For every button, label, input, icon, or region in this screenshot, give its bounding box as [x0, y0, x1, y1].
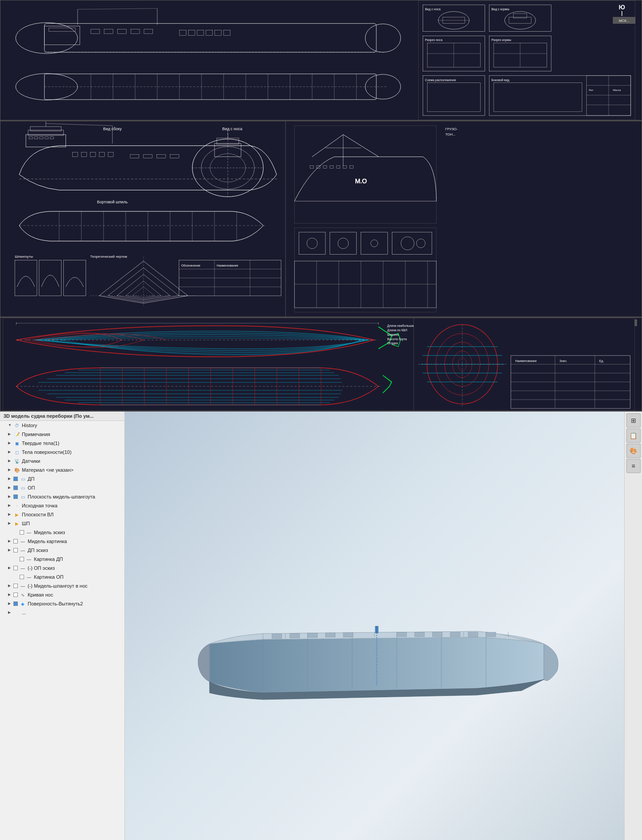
svg-text:Вид с кормы: Вид с кормы — [491, 8, 509, 11]
svg-text:Схема расположения: Схема расположения — [425, 78, 456, 82]
svg-text:Теоретический чертеж: Теоретический чертеж — [90, 255, 128, 259]
ship-3d-model — [174, 519, 575, 733]
tree-item-solids[interactable]: ▶◼Твердые тела(1) — [0, 439, 124, 448]
tree-item-origin[interactable]: ▶·Исходная точка — [0, 501, 124, 510]
tree-item-label: Картинка ОП — [34, 574, 63, 580]
tree-item-label: Твердые тела(1) — [22, 441, 59, 446]
expand-arrow: ▶ — [8, 584, 12, 588]
tree-item-label: (-) Мидель-шпангоут в нос — [28, 583, 87, 589]
expand-arrow: ▶ — [8, 593, 12, 597]
tree-item-checkbox[interactable] — [13, 486, 18, 490]
tree-item-material[interactable]: ▶🎨Материал <не указан> — [0, 465, 124, 474]
expand-arrow: ▶ — [8, 494, 12, 499]
expand-arrow: ▶ — [8, 610, 12, 615]
tree-item-midship_sketch[interactable]: —Мидель эскиз — [0, 528, 124, 537]
svg-rect-245 — [397, 632, 407, 637]
tree-item-label: Материал <не указан> — [22, 467, 74, 473]
tree-item-midship_nose[interactable]: ▶—(-) Мидель-шпангоут в нос — [0, 581, 124, 590]
tree-item-icon: — — [25, 573, 33, 581]
tree-item-checkbox[interactable] — [20, 530, 24, 535]
svg-text:Вид с носа: Вид с носа — [425, 8, 440, 11]
tree-item-label: ДП — [28, 476, 34, 482]
expand-arrow: ▶ — [8, 477, 12, 481]
tree-item-checkbox[interactable] — [13, 584, 18, 588]
tree-item-label: ШП — [22, 521, 30, 526]
expand-arrow: ▶ — [8, 539, 12, 544]
tree-item-icon: ▶ — [13, 520, 21, 527]
tree-item-icon: — — [19, 582, 26, 589]
tree-item-sp[interactable]: ▶▶ШП — [0, 519, 124, 528]
tree-item-more[interactable]: ▶... — [0, 608, 124, 617]
tree-item-icon: — — [19, 538, 26, 545]
svg-text:Наименование: Наименование — [515, 359, 537, 362]
tree-item-label: ОП — [28, 485, 35, 490]
tree-item-icon — [13, 609, 21, 616]
tree-item-checkbox[interactable] — [13, 601, 18, 606]
tree-header: 3D модель судна переборки (По ум... — [0, 412, 124, 421]
tree-item-icon: ▶ — [13, 511, 21, 518]
svg-text:Длина по КВЛ: Длина по КВЛ — [387, 329, 407, 332]
expand-arrow — [14, 530, 19, 535]
tree-item-midship_pic[interactable]: ▶—Мидель картинка — [0, 537, 124, 546]
tree-item-checkbox[interactable] — [13, 548, 18, 552]
tree-item-icon: ◼ — [13, 440, 21, 447]
tree-item-checkbox[interactable] — [13, 477, 18, 481]
tree-item-curve_nose[interactable]: ▶∿Кривая нос — [0, 590, 124, 599]
tree-item-label: Мидель картинка — [28, 539, 67, 544]
tree-item-checkbox[interactable] — [20, 557, 24, 561]
tree-item-icon: — — [19, 564, 26, 572]
tree-item-checkbox[interactable] — [13, 494, 18, 499]
svg-text:Высота борта: Высота борта — [387, 338, 407, 341]
svg-text:Обозначение: Обозначение — [181, 264, 200, 267]
tree-item-label: Плоскости ВЛ — [22, 512, 54, 517]
tree-item-label: Датчики — [22, 458, 40, 464]
svg-text:Наименование: Наименование — [217, 264, 238, 267]
svg-rect-242 — [308, 633, 317, 638]
tree-item-checkbox[interactable] — [13, 539, 18, 544]
tree-item-checkbox[interactable] — [20, 575, 24, 579]
svg-text:Ед.: Ед. — [599, 359, 604, 363]
svg-rect-240 — [272, 634, 282, 638]
tree-item-dp_sketch[interactable]: ▶—ДП эскиз — [0, 546, 124, 555]
layout-button[interactable]: ⊞ — [626, 413, 641, 428]
svg-text:Масса: Масса — [613, 89, 621, 91]
expand-arrow: ▶ — [8, 503, 12, 508]
tree-item-checkbox[interactable] — [13, 566, 18, 570]
top-cad-panel: Вид с носа Вид с кормы Разрез носа Разре… — [0, 0, 642, 120]
expand-arrow: ▶ — [8, 512, 12, 517]
tree-item-label: Мидель эскиз — [34, 530, 65, 535]
tree-item-notes[interactable]: ▶📝Примечания — [0, 430, 124, 439]
tree-item-surface_pull2[interactable]: ▶◈Поверхность-Вытянуть2 — [0, 599, 124, 608]
expand-arrow: ▶ — [8, 486, 12, 490]
tree-item-dp[interactable]: ▶▭ДП — [0, 474, 124, 483]
middle-cad-panel: Вид сбоку Вид с носа — [0, 121, 642, 317]
tree-item-label: Плоскость мидель-шпангоута — [28, 494, 95, 499]
3d-view-panel[interactable] — [125, 412, 624, 840]
tree-item-history[interactable]: ▼⏱History — [0, 421, 124, 430]
tree-item-op[interactable]: ▶▭ОП — [0, 483, 124, 492]
bottom-cad-panel: МСК... — [0, 317, 642, 411]
tree-item-sensors[interactable]: ▶📡Датчики — [0, 457, 124, 465]
svg-rect-250 — [486, 632, 496, 637]
svg-text:Осадка: Осадка — [387, 342, 398, 345]
svg-text:Длина наибольшая: Длина наибольшая — [387, 324, 415, 328]
tree-item-icon: 📡 — [13, 457, 21, 465]
tree-item-dp_pic[interactable]: —Картинка ДП — [0, 555, 124, 564]
expand-arrow: ▶ — [8, 468, 12, 472]
menu-button[interactable]: ≡ — [626, 459, 641, 473]
tree-item-checkbox[interactable] — [13, 593, 18, 597]
tree-item-icon: ⏱ — [13, 422, 21, 429]
tree-item-op_sketch[interactable]: ▶—(-) ОП эскиз — [0, 564, 124, 572]
tree-item-midship_plane[interactable]: ▶▭Плоскость мидель-шпангоута — [0, 492, 124, 501]
tree-item-wl_planes[interactable]: ▶▶Плоскости ВЛ — [0, 510, 124, 519]
svg-text:ГРУЗО-: ГРУЗО- — [445, 127, 458, 131]
tree-item-icon: — — [19, 547, 26, 554]
clipboard-button[interactable]: 📋 — [626, 428, 641, 443]
tree-item-surfaces[interactable]: ▶◻Тела поверхности(10) — [0, 448, 124, 457]
color-button[interactable]: 🎨 — [626, 444, 641, 458]
tree-item-label: ДП эскиз — [28, 548, 48, 553]
tree-item-op_pic[interactable]: —Картинка ОП — [0, 572, 124, 581]
expand-arrow: ▶ — [8, 441, 12, 445]
tree-item-icon: — — [25, 529, 33, 536]
expand-arrow — [14, 557, 19, 561]
